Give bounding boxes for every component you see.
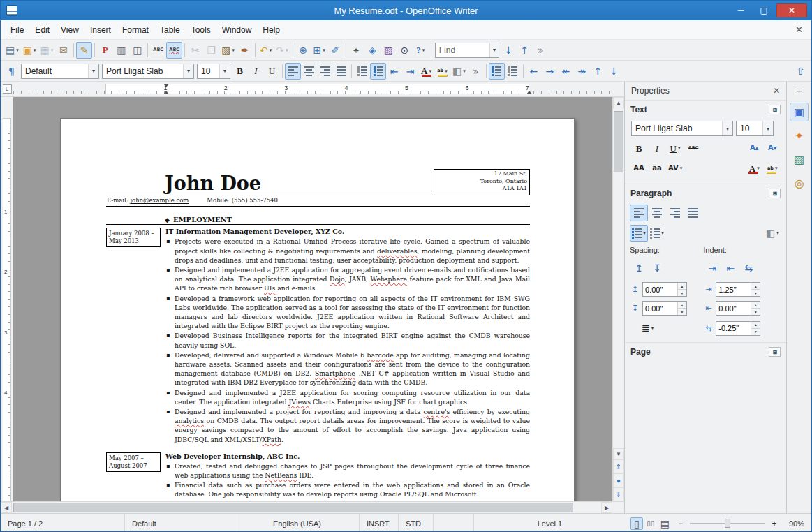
page-style-indicator[interactable]: Default: [125, 514, 235, 532]
decrease-spacing-button[interactable]: ↧: [648, 260, 666, 276]
bullets-button[interactable]: [370, 63, 386, 80]
chevron-down-icon[interactable]: ▾: [183, 64, 193, 78]
paragraph-section-header[interactable]: Paragraph ⊞: [630, 186, 781, 201]
menu-tools[interactable]: Tools: [186, 22, 216, 38]
sidebar-underline-button[interactable]: U▾: [666, 140, 684, 156]
cut-button[interactable]: ✂: [187, 42, 203, 59]
new-document-button[interactable]: ▤▾: [3, 42, 21, 59]
vertical-scroll-thumb[interactable]: [614, 111, 623, 172]
text-more-options-button[interactable]: ⊞: [769, 105, 781, 114]
menu-format[interactable]: Format: [117, 22, 154, 38]
paragraph-background-button[interactable]: ◧▾: [763, 225, 781, 242]
sidebar-numbering-button[interactable]: ▾: [648, 225, 666, 242]
scroll-left-button[interactable]: ◀: [1, 502, 12, 513]
step-down-icon[interactable]: ▾: [751, 328, 760, 335]
menu-edit[interactable]: Edit: [29, 22, 55, 38]
font-size-combo[interactable]: 10▾: [197, 64, 230, 79]
document-page[interactable]: John Doe 12 Main St, Toronto, Ontario A1…: [60, 118, 575, 501]
menu-view[interactable]: View: [55, 22, 84, 38]
step-up-icon[interactable]: ▴: [678, 283, 686, 289]
menu-table[interactable]: Table: [154, 22, 186, 38]
hyperlink-button[interactable]: ⊕: [295, 42, 311, 59]
export-pdf-button[interactable]: P: [97, 42, 113, 59]
text-section-header[interactable]: Text ⊞: [630, 102, 781, 117]
chevron-down-icon[interactable]: ▾: [489, 43, 498, 57]
close-button[interactable]: ✕: [776, 3, 807, 17]
promote-subpoints-button[interactable]: ↞: [558, 63, 574, 80]
font-name-combo[interactable]: Port Lligat Slab▾: [102, 64, 194, 79]
page-indicator[interactable]: Page 1 / 2: [1, 514, 125, 532]
lowercase-button[interactable]: aa: [648, 160, 666, 177]
uppercase-button[interactable]: AA: [630, 160, 648, 177]
sidebar-bullets-button[interactable]: ▾: [630, 225, 648, 242]
chevron-down-icon[interactable]: ▾: [88, 64, 98, 78]
line-spacing-button[interactable]: ≣ ▾: [640, 320, 656, 337]
toolbar-options-button[interactable]: »: [533, 42, 549, 59]
sidebar-font-name-combo[interactable]: Port Lligat Slab▾: [631, 121, 733, 136]
background-color-button[interactable]: ◧▾: [450, 63, 468, 80]
insert-mode-indicator[interactable]: INSRT: [360, 514, 399, 532]
promote-level-button[interactable]: ←: [526, 63, 542, 80]
spelling-button[interactable]: ABC: [150, 42, 166, 59]
vertical-ruler[interactable]: 1234: [1, 97, 13, 501]
sidebar-strikethrough-button[interactable]: ABC: [684, 140, 702, 156]
tab-type-selector[interactable]: L: [3, 84, 12, 94]
find-replace-button[interactable]: ⌖: [348, 42, 364, 59]
decrease-indent-button[interactable]: ⇤: [386, 63, 402, 80]
paste-button[interactable]: ▧▾: [219, 42, 237, 59]
below-spacing-spin[interactable]: ↧ ▴▾: [630, 301, 687, 316]
book-view-button[interactable]: ▤: [658, 517, 672, 530]
menu-help[interactable]: Help: [257, 22, 286, 38]
demote-level-button[interactable]: →: [542, 63, 558, 80]
sidebar-align-justify-button[interactable]: [684, 205, 702, 221]
tab-gallery[interactable]: ▨: [790, 150, 809, 169]
tab-styles[interactable]: ✦: [790, 126, 809, 145]
bullets-toggle-button[interactable]: [489, 63, 505, 80]
menu-insert[interactable]: Insert: [84, 22, 117, 38]
increase-indent-button[interactable]: ⇥: [402, 63, 418, 80]
scroll-down-button[interactable]: ▼: [613, 448, 624, 459]
maximize-button[interactable]: ▢: [753, 3, 774, 17]
next-page-button[interactable]: ⇓: [613, 487, 624, 501]
sidebar-decrease-indent-button[interactable]: ⇤: [721, 260, 739, 276]
titlebar[interactable]: My Resume.odt - OpenOffice Writer ─ ▢ ✕: [1, 1, 811, 20]
language-indicator[interactable]: English (USA): [235, 514, 360, 532]
minimize-button[interactable]: ─: [730, 3, 751, 17]
character-spacing-button[interactable]: AV▾: [666, 160, 684, 177]
edit-file-button[interactable]: ✎: [76, 42, 92, 59]
insert-table-button[interactable]: ⊞▾: [311, 42, 327, 59]
step-up-icon[interactable]: ▴: [751, 302, 760, 308]
indent-before-input[interactable]: [716, 283, 751, 296]
move-up-button[interactable]: ↑: [590, 63, 606, 80]
page-preview-button[interactable]: ◫: [129, 42, 145, 59]
document-close-icon[interactable]: ✕: [795, 24, 803, 35]
toolbar-up-arrow-button[interactable]: ⇧: [792, 63, 809, 80]
find-next-button[interactable]: ↓: [501, 42, 517, 59]
scroll-up-button[interactable]: ▲: [613, 97, 624, 108]
tab-navigator[interactable]: ◎: [790, 174, 809, 193]
zoom-button[interactable]: ⊙: [397, 42, 413, 59]
indent-before-spin[interactable]: ⇥ ▴▾: [703, 282, 781, 297]
paragraph-more-options-button[interactable]: ⊞: [769, 189, 781, 198]
step-down-icon[interactable]: ▾: [678, 289, 686, 296]
first-line-indent-spin[interactable]: ⇆ ▴▾: [703, 321, 781, 336]
numbering-button[interactable]: [354, 63, 370, 80]
styles-panel-button[interactable]: ¶: [3, 63, 20, 80]
align-justify-button[interactable]: [333, 63, 349, 80]
selection-mode-indicator[interactable]: STD: [399, 514, 434, 532]
step-down-icon[interactable]: ▾: [678, 308, 686, 315]
email-link[interactable]: john@example.com: [130, 197, 189, 204]
vertical-scrollbar[interactable]: ▲ ▼ ⇑ ● ⇓: [612, 97, 624, 501]
draw-functions-button[interactable]: ✐: [327, 42, 344, 59]
navigation-button[interactable]: ●: [613, 473, 624, 487]
navigator-button[interactable]: ◈: [364, 42, 381, 59]
multi-page-view-button[interactable]: ▯▯: [644, 517, 657, 530]
align-left-button[interactable]: [285, 63, 301, 80]
sidebar-increase-indent-button[interactable]: ⇥: [703, 260, 721, 276]
step-up-icon[interactable]: ▴: [751, 322, 760, 328]
sidebar-settings-icon[interactable]: ☰: [790, 85, 809, 98]
align-center-button[interactable]: [301, 63, 317, 80]
sidebar-italic-button[interactable]: I: [648, 140, 666, 156]
increase-spacing-button[interactable]: ↥: [630, 260, 648, 276]
sidebar-align-center-button[interactable]: [648, 205, 666, 221]
